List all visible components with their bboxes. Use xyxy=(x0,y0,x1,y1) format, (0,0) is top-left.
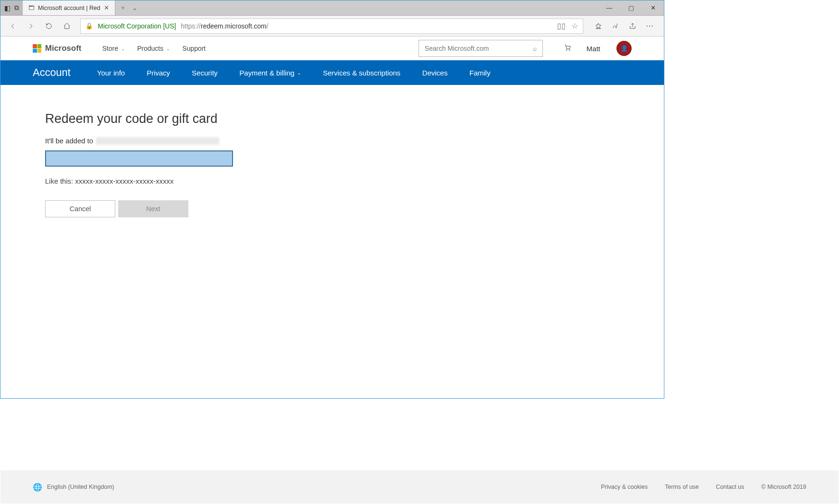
notes-icon[interactable] xyxy=(607,18,624,35)
ev-certificate-label: Microsoft Corporation [US] xyxy=(98,22,176,30)
site-header: Microsoft Store⌄ Products⌄ Support Searc… xyxy=(0,37,664,60)
home-button[interactable] xyxy=(58,18,75,35)
browser-tab[interactable]: Microsoft account | Red ✕ xyxy=(23,0,115,15)
nav-store[interactable]: Store⌄ xyxy=(103,45,125,52)
nav-services-subscriptions[interactable]: Services & subscriptions xyxy=(323,69,400,77)
nav-payment-billing[interactable]: Payment & billing⌄ xyxy=(240,69,301,77)
account-nav: Account Your info Privacy Security Payme… xyxy=(0,60,664,85)
lock-icon: 🔒 xyxy=(85,22,93,29)
tab-title: Microsoft account | Red xyxy=(38,5,100,11)
account-nav-title[interactable]: Account xyxy=(33,66,71,79)
nav-family[interactable]: Family xyxy=(469,69,490,77)
cart-icon[interactable] xyxy=(564,44,571,54)
favorites-hub-icon[interactable] xyxy=(590,18,607,35)
tab-actions-left: ◧ ⧉ xyxy=(0,0,23,15)
refresh-button[interactable] xyxy=(40,18,57,35)
search-icon[interactable]: ⌕ xyxy=(533,45,537,52)
microsoft-logo[interactable]: Microsoft xyxy=(33,44,82,53)
avatar[interactable]: 👤 xyxy=(616,41,632,56)
minimize-button[interactable]: — xyxy=(598,0,620,16)
cancel-button[interactable]: Cancel xyxy=(45,200,115,217)
chevron-down-icon: ⌄ xyxy=(166,46,170,51)
nav-your-info[interactable]: Your info xyxy=(97,69,125,77)
added-to-label: It'll be added to xyxy=(45,137,93,145)
nav-security[interactable]: Security xyxy=(192,69,217,77)
nav-products[interactable]: Products⌄ xyxy=(137,45,170,52)
chevron-down-icon: ⌄ xyxy=(297,70,301,75)
redeem-code-input[interactable] xyxy=(45,150,233,167)
tabs-dropdown-icon[interactable]: ⌄ xyxy=(132,5,137,11)
next-button[interactable]: Next xyxy=(118,200,188,217)
search-placeholder: Search Microsoft.com xyxy=(425,45,489,52)
share-icon[interactable] xyxy=(624,18,641,35)
address-bar[interactable]: 🔒 Microsoft Corporation [US] https://red… xyxy=(80,19,583,34)
nav-support[interactable]: Support xyxy=(182,45,205,52)
url-text: https://redeem.microsoft.com/ xyxy=(181,22,268,30)
forward-button[interactable] xyxy=(22,18,39,35)
search-input[interactable]: Search Microsoft.com ⌕ xyxy=(419,40,543,57)
maximize-button[interactable]: ▢ xyxy=(620,0,642,16)
tab-preview-icon[interactable]: ⧉ xyxy=(14,4,19,12)
svg-point-0 xyxy=(566,49,567,50)
microsoft-logo-text: Microsoft xyxy=(45,44,82,53)
nav-devices[interactable]: Devices xyxy=(422,69,447,77)
browser-toolbar: 🔒 Microsoft Corporation [US] https://red… xyxy=(0,16,664,37)
svg-point-1 xyxy=(569,49,570,50)
more-menu-icon[interactable]: ⋯ xyxy=(641,18,658,35)
code-format-hint: Like this: xxxxx-xxxxx-xxxxx-xxxxx-xxxxx xyxy=(45,177,619,185)
browser-titlebar: ◧ ⧉ Microsoft account | Red ✕ ＋ ⌄ — ▢ ✕ xyxy=(0,0,664,16)
redacted-account xyxy=(96,137,219,145)
back-button[interactable] xyxy=(4,18,21,35)
page-icon xyxy=(28,5,34,11)
nav-privacy[interactable]: Privacy xyxy=(147,69,170,77)
page-heading: Redeem your code or gift card xyxy=(45,112,619,126)
reading-view-icon[interactable]: ▯▯ xyxy=(557,21,566,30)
tab-aside-icon[interactable]: ◧ xyxy=(4,4,10,12)
user-name[interactable]: Matt xyxy=(587,45,600,53)
new-tab-icon[interactable]: ＋ xyxy=(120,4,126,12)
close-tab-icon[interactable]: ✕ xyxy=(104,4,109,11)
chevron-down-icon: ⌄ xyxy=(121,46,125,51)
window-controls: — ▢ ✕ xyxy=(598,0,664,15)
close-window-button[interactable]: ✕ xyxy=(642,0,664,16)
favorite-star-icon[interactable]: ☆ xyxy=(571,21,578,30)
main-content: Redeem your code or gift card It'll be a… xyxy=(0,85,664,244)
tab-controls: ＋ ⌄ xyxy=(115,0,142,15)
